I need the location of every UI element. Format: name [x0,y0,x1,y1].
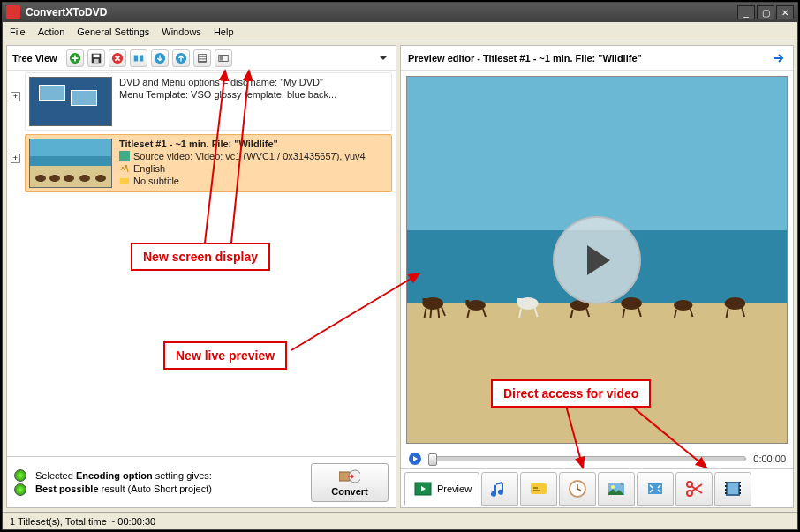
svg-rect-24 [465,300,469,305]
svg-point-12 [35,175,46,182]
play-overlay-button[interactable] [553,216,641,304]
titleset-lang: English [133,163,165,174]
maximize-button[interactable]: ▢ [757,5,774,19]
svg-point-35 [577,488,578,490]
svg-rect-6 [139,55,142,61]
play-button[interactable] [408,452,422,466]
svg-rect-18 [120,178,129,184]
add-button[interactable] [66,49,84,67]
tab-preview[interactable]: Preview [404,472,479,506]
svg-rect-22 [423,298,427,304]
tree-dropdown-button[interactable] [376,51,390,65]
display-list-button[interactable] [193,49,211,67]
status-led-icon-2 [14,483,26,496]
svg-point-14 [64,175,74,182]
svg-point-13 [49,175,60,182]
seek-slider[interactable] [429,456,746,461]
svg-rect-5 [133,55,137,61]
app-icon [6,5,20,19]
tree-view-label: Tree View [12,53,57,64]
svg-rect-26 [517,298,522,304]
preview-title: Preview editor - Titleset #1 - ~1 min. F… [408,53,772,64]
move-down-button[interactable] [151,49,169,67]
scissors-icon [683,478,705,499]
svg-point-15 [79,175,90,182]
tree-panel: Tree View + [6,45,396,508]
statusbar: 1 Titleset(s), Total time ~ 00:00:30 [3,512,797,529]
video-icon [119,151,130,161]
menu-windows[interactable]: Windows [162,26,201,37]
menu-file[interactable]: File [10,26,26,37]
forward-icon[interactable] [772,51,786,65]
expand-title-button[interactable]: + [11,154,20,163]
svg-rect-2 [93,54,99,57]
titleset-header: Titleset #1 - ~1 min. File: "Wildlife" [119,139,388,149]
tab-menu-editor[interactable] [714,472,751,506]
app-window: ConvertXToDVD _ ▢ ✕ File Action General … [2,2,798,530]
titleset-thumbnail [29,139,112,188]
svg-rect-11 [219,56,223,60]
seek-knob[interactable] [428,453,437,466]
editor-tabs: Preview [401,468,793,507]
status-text: 1 Titleset(s), Total time ~ 00:00:30 [10,516,155,527]
audio-icon [119,163,130,174]
save-button[interactable] [87,49,105,67]
menu-action[interactable]: Action [38,26,65,37]
menu-general-settings[interactable]: General Settings [77,26,149,37]
tree-toolbar: Tree View [7,46,396,71]
remove-button[interactable] [109,49,126,67]
convert-icon [339,468,360,484]
dvd-line2: Menu Template: VSO glossy template, blue… [119,89,388,100]
time-display: 0:00:00 [753,453,786,464]
audio-icon [489,478,510,499]
tree-dvd-item[interactable]: DVD and Menu options – disc name: "My DV… [25,72,392,131]
minimize-button[interactable]: _ [737,5,755,19]
callout-direct-access: Direct access for video [491,379,651,408]
encoding-message: Selected Encoding option setting gives: … [35,469,302,495]
move-up-button[interactable] [172,49,190,67]
callout-new-live-preview: New live preview [163,341,287,370]
menubar: File Action General Settings Windows Hel… [3,22,797,41]
filmstrip-icon [722,478,743,499]
display-thumb-button[interactable] [215,49,232,67]
tab-subtitles[interactable] [520,472,557,506]
merge-button[interactable] [130,49,147,67]
preview-header: Preview editor - Titleset #1 - ~1 min. F… [401,46,793,71]
svg-rect-17 [119,151,130,161]
tab-image[interactable] [598,472,635,506]
convert-button[interactable]: Convert [311,463,389,502]
clock-icon [567,478,588,499]
svg-rect-42 [728,483,738,494]
status-led-icon [14,469,26,482]
titleset-source: Source video: Video: vc1 (WVC1 / 0x31435… [133,151,366,161]
preview-tab-icon [412,478,434,499]
content-area: Tree View + [3,41,797,512]
tree-titleset-item[interactable]: Titleset #1 - ~1 min. File: "Wildlife" S… [25,134,392,192]
tab-output[interactable] [637,472,674,506]
subtitle-icon [119,176,130,186]
svg-rect-3 [94,58,98,62]
titleset-sub: No subtitle [133,176,179,186]
svg-point-16 [95,175,106,182]
resize-icon [645,478,666,499]
close-button[interactable]: ✕ [776,5,794,19]
dvd-line1: DVD and Menu options – disc name: "My DV… [119,77,388,87]
tab-audio[interactable] [481,472,518,506]
preview-panel: Preview editor - Titleset #1 - ~1 min. F… [400,45,794,508]
callout-new-screen-display: New screen display [131,243,270,271]
tab-cut[interactable] [675,472,713,506]
subtitle-tab-icon [528,478,549,499]
encoding-status-bar: Selected Encoding option setting gives: … [7,456,396,507]
app-title: ConvertXToDVD [26,6,736,19]
image-icon [606,478,627,499]
menu-help[interactable]: Help [214,26,234,37]
playback-controls: 0:00:00 [401,449,793,468]
svg-rect-33 [531,483,547,494]
dvd-thumbnail [29,77,112,126]
tab-chapters[interactable] [559,472,596,506]
expand-dvd-button[interactable]: + [11,92,20,101]
svg-point-37 [611,485,615,489]
titlebar: ConvertXToDVD _ ▢ ✕ [3,3,797,22]
